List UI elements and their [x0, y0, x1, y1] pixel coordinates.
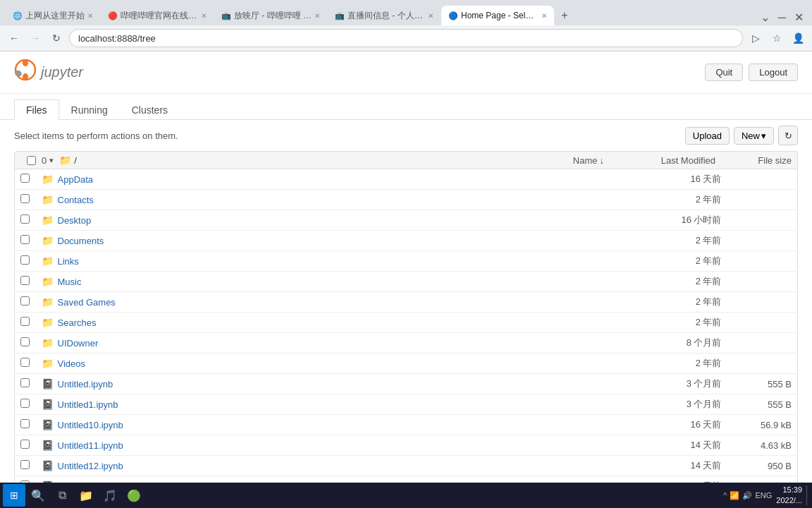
bookmark-icon[interactable]: ☆	[768, 30, 785, 47]
tab-1-close[interactable]: ✕	[201, 12, 207, 20]
row-link-10[interactable]: Untitled.ipynb	[58, 379, 113, 389]
refresh-button[interactable]: ↻	[778, 126, 798, 145]
row-size-8	[727, 333, 798, 353]
row-checkbox-7[interactable]	[15, 313, 36, 333]
select-all-input[interactable]	[27, 156, 36, 165]
row-checkbox-6[interactable]	[15, 292, 36, 313]
tab-running[interactable]: Running	[59, 99, 120, 120]
tab-3[interactable]: 📺 直播间信息 - 个人中心 - bilibili ✕	[328, 6, 441, 25]
sys-tray: ^ 📶 🔊 ENG	[723, 491, 772, 500]
row-link-1[interactable]: Contacts	[58, 195, 94, 205]
row-type-icon-2: 📁	[42, 214, 54, 226]
row-check-input-7[interactable]	[20, 317, 30, 326]
new-button[interactable]: New ▾	[734, 127, 774, 145]
row-type-icon-3: 📁	[42, 235, 54, 246]
row-link-0[interactable]: AppData	[58, 174, 94, 185]
row-checkbox-2[interactable]	[15, 210, 36, 231]
row-checkbox-11[interactable]	[15, 394, 36, 415]
row-checkbox-9[interactable]	[15, 353, 36, 374]
row-checkbox-12[interactable]	[15, 415, 36, 435]
row-checkbox-0[interactable]	[15, 169, 36, 190]
tray-chevron[interactable]: ^	[723, 491, 727, 500]
row-check-input-5[interactable]	[20, 276, 30, 285]
url-bar[interactable]: localhost:8888/tree	[69, 29, 743, 47]
tab-0[interactable]: 🌐 上网从这里开始 ✕	[6, 6, 100, 25]
row-link-7[interactable]: Searches	[58, 318, 97, 328]
taskview-icon: ⧉	[59, 489, 66, 502]
row-link-5[interactable]: Music	[58, 277, 82, 287]
toolbar-description: Select items to perform actions on them.	[14, 131, 178, 141]
row-checkbox-5[interactable]	[15, 272, 36, 292]
row-check-input-0[interactable]	[20, 174, 30, 183]
sort-name-button[interactable]: Name ↓	[573, 155, 604, 166]
row-check-input-8[interactable]	[20, 337, 30, 346]
row-check-input-1[interactable]	[20, 194, 30, 203]
row-checkbox-13[interactable]	[15, 435, 36, 456]
row-link-14[interactable]: Untitled12.ipynb	[58, 461, 123, 471]
new-tab-button[interactable]: +	[555, 6, 574, 25]
tab-clusters[interactable]: Clusters	[120, 99, 180, 120]
tab-overflow-btn[interactable]: ⌄	[758, 9, 773, 25]
logout-button[interactable]: Logout	[749, 64, 798, 81]
count-dropdown[interactable]: ▾	[49, 156, 54, 165]
row-type-icon-7: 📁	[42, 317, 54, 328]
tab-2-icon: 📺	[221, 11, 231, 20]
row-checkbox-14[interactable]	[15, 456, 36, 476]
row-name-8: 📁 UIDowner	[36, 333, 622, 353]
close-browser-btn[interactable]: ✕	[792, 9, 806, 25]
row-link-8[interactable]: UIDowner	[58, 338, 99, 349]
tab-3-close[interactable]: ✕	[428, 12, 433, 20]
row-check-input-6[interactable]	[20, 296, 30, 306]
profile-icon[interactable]: 👤	[789, 30, 806, 47]
row-check-input-9[interactable]	[20, 358, 30, 367]
row-check-input-13[interactable]	[20, 440, 30, 449]
row-checkbox-1[interactable]	[15, 190, 36, 210]
tab-2[interactable]: 📺 放映厅 - 哔哩哔哩 ('-')つロ ✕	[214, 6, 327, 25]
taskbar-taskview[interactable]: ⧉	[51, 484, 73, 507]
row-check-input-12[interactable]	[20, 419, 30, 428]
row-check-input-11[interactable]	[20, 399, 30, 408]
taskbar-item-2[interactable]: 🎵	[99, 484, 121, 507]
taskbar-file-explorer[interactable]: 📁	[75, 484, 97, 507]
tab-0-close[interactable]: ✕	[87, 12, 93, 20]
taskbar-item-3[interactable]: 🟢	[123, 484, 145, 507]
row-link-6[interactable]: Saved Games	[58, 297, 116, 308]
tab-4-close[interactable]: ✕	[541, 12, 547, 20]
cast-icon[interactable]: ▷	[747, 30, 764, 47]
tab-0-icon: 🌐	[13, 11, 23, 20]
row-check-input-4[interactable]	[20, 255, 30, 265]
tab-2-close[interactable]: ✕	[314, 12, 320, 20]
row-check-input-10[interactable]	[20, 378, 30, 387]
app-icon-2: 🎵	[103, 489, 117, 502]
tab-files[interactable]: Files	[14, 99, 59, 120]
sort-modified-button[interactable]: Last Modified	[610, 155, 715, 166]
tab-4[interactable]: 🔵 Home Page - Select or create... ✕	[441, 6, 554, 25]
reload-button[interactable]: ↻	[48, 30, 65, 47]
row-check-input-14[interactable]	[20, 460, 30, 469]
row-checkbox-10[interactable]	[15, 374, 36, 394]
row-check-input-2[interactable]	[20, 214, 30, 224]
table-row: 📓 Untitled.ipynb 3 个月前 555 B	[15, 374, 798, 394]
quit-button[interactable]: Quit	[705, 64, 743, 81]
show-desktop-btn[interactable]	[806, 485, 809, 505]
row-link-4[interactable]: Links	[58, 256, 79, 267]
select-all-checkbox[interactable]	[20, 156, 42, 165]
row-link-9[interactable]: Videos	[58, 358, 86, 369]
row-link-3[interactable]: Documents	[58, 236, 104, 246]
row-link-11[interactable]: Untitled1.ipynb	[58, 399, 118, 410]
upload-button[interactable]: Upload	[685, 127, 730, 145]
row-check-input-3[interactable]	[20, 235, 30, 244]
forward-button[interactable]: →	[27, 30, 44, 47]
row-link-12[interactable]: Untitled10.ipynb	[58, 420, 123, 430]
row-checkbox-3[interactable]	[15, 231, 36, 251]
row-checkbox-4[interactable]	[15, 251, 36, 272]
row-checkbox-8[interactable]	[15, 333, 36, 353]
svg-point-1	[23, 59, 28, 66]
minimize-btn[interactable]: ─	[775, 10, 789, 25]
start-button[interactable]: ⊞	[3, 484, 25, 507]
row-link-13[interactable]: Untitled11.ipynb	[58, 440, 123, 451]
back-button[interactable]: ←	[6, 30, 23, 47]
taskbar-search[interactable]: 🔍	[27, 484, 49, 507]
row-link-2[interactable]: Desktop	[58, 215, 92, 226]
tab-1[interactable]: 🔴 哔哩哔哩官网在线观看 百度搜索 ✕	[101, 6, 214, 25]
